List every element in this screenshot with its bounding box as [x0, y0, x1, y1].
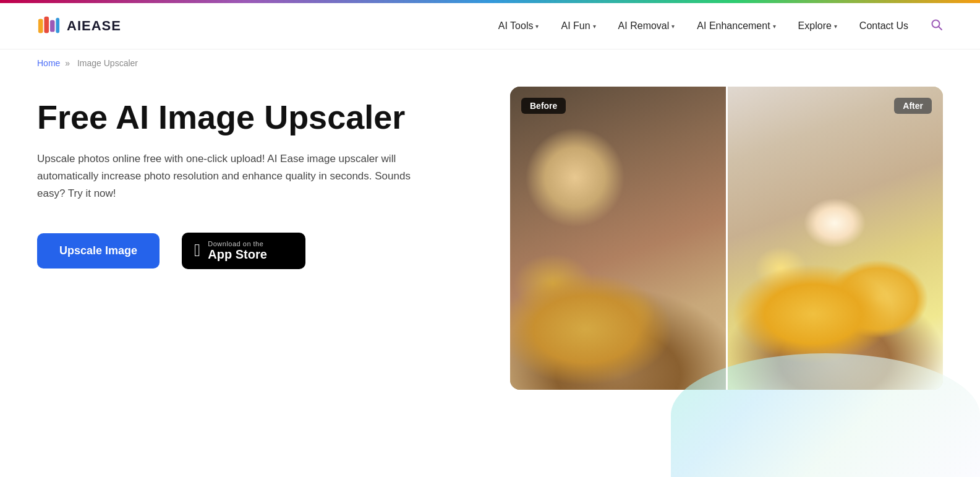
nav-item-explore[interactable]: Explore ▾	[798, 20, 837, 32]
svg-rect-3	[56, 18, 59, 33]
before-after-container: Before After	[510, 87, 943, 390]
nav-item-ai-removal[interactable]: AI Removal ▾	[618, 20, 675, 32]
hero-left: Free AI Image Upscaler Upscale photos on…	[37, 87, 473, 269]
main-nav: AI Tools ▾ AI Fun ▾ AI Removal ▾ AI Enha…	[498, 19, 943, 34]
basket-before-visual	[510, 87, 726, 390]
cta-row: Upscale Image  Download on the App Stor…	[37, 233, 473, 269]
svg-rect-1	[44, 17, 49, 33]
hero-description: Upscale photos online free with one-clic…	[37, 150, 420, 202]
main-content: Free AI Image Upscaler Upscale photos on…	[0, 68, 980, 390]
apple-icon: 	[194, 242, 200, 259]
logo-icon	[37, 14, 61, 38]
search-icon[interactable]	[931, 19, 943, 34]
chevron-down-icon: ▾	[834, 23, 837, 30]
app-store-large-label: App Store	[208, 247, 267, 262]
chevron-down-icon: ▾	[593, 23, 596, 30]
after-panel	[726, 87, 943, 390]
header: AIEASE AI Tools ▾ AI Fun ▾ AI Removal ▾ …	[0, 3, 980, 49]
logo-area[interactable]: AIEASE	[37, 14, 121, 38]
breadcrumb-home[interactable]: Home	[37, 58, 60, 68]
logo-text: AIEASE	[67, 18, 121, 34]
svg-rect-2	[50, 20, 55, 32]
app-store-text: Download on the App Store	[208, 240, 267, 262]
app-store-button[interactable]:  Download on the App Store	[182, 233, 305, 269]
hero-title: Free AI Image Upscaler	[37, 99, 473, 135]
upscale-image-button[interactable]: Upscale Image	[37, 233, 160, 269]
breadcrumb: Home » Image Upscaler	[0, 49, 980, 68]
chevron-down-icon: ▾	[671, 23, 675, 30]
svg-line-5	[939, 27, 942, 30]
app-store-small-label: Download on the	[208, 240, 267, 247]
chevron-down-icon: ▾	[773, 23, 776, 30]
breadcrumb-separator: »	[65, 58, 70, 68]
nav-item-contact-us[interactable]: Contact Us	[859, 20, 908, 32]
before-badge: Before	[521, 98, 566, 114]
breadcrumb-current: Image Upscaler	[77, 58, 138, 68]
after-badge: After	[894, 98, 932, 114]
before-panel	[510, 87, 726, 390]
before-after-divider	[726, 87, 728, 390]
svg-rect-0	[38, 19, 43, 33]
nav-item-ai-enhancement[interactable]: AI Enhancement ▾	[697, 20, 775, 32]
chevron-down-icon: ▾	[535, 23, 539, 30]
before-after-image: Before After	[510, 87, 943, 390]
nav-item-ai-tools[interactable]: AI Tools ▾	[498, 20, 539, 32]
nav-item-ai-fun[interactable]: AI Fun ▾	[561, 20, 595, 32]
basket-after-visual	[726, 87, 943, 390]
